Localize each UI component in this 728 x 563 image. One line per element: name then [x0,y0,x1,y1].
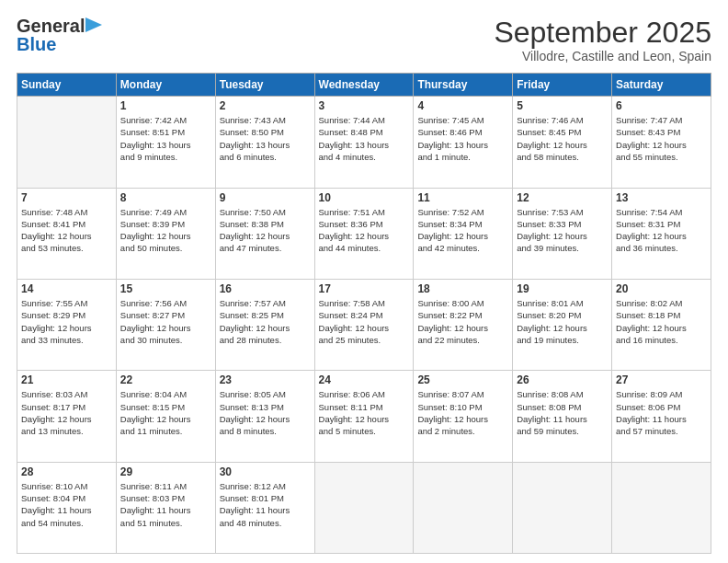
day-number: 18 [417,282,508,295]
calendar-day-cell: 24Sunrise: 8:06 AM Sunset: 8:11 PM Dayli… [314,371,414,462]
day-number: 23 [220,373,311,386]
logo-arrow-icon [85,17,102,32]
calendar-day-cell: 20Sunrise: 8:02 AM Sunset: 8:18 PM Dayli… [612,279,711,370]
calendar-day-cell [612,462,711,553]
calendar-day-cell: 28Sunrise: 8:10 AM Sunset: 8:04 PM Dayli… [17,462,117,553]
day-number: 5 [517,99,608,112]
day-number: 2 [220,99,311,112]
day-number: 8 [120,191,211,204]
calendar-day-cell: 8Sunrise: 7:49 AM Sunset: 8:39 PM Daylig… [116,188,215,279]
calendar-day-cell: 1Sunrise: 7:42 AM Sunset: 8:51 PM Daylig… [116,97,215,188]
calendar-day-cell: 11Sunrise: 7:52 AM Sunset: 8:34 PM Dayli… [414,188,513,279]
weekday-header: Tuesday [215,74,314,97]
day-info: Sunrise: 7:43 AM Sunset: 8:50 PM Dayligh… [220,114,311,163]
day-number: 21 [21,373,112,386]
day-number: 25 [417,373,508,386]
calendar-week-row: 1Sunrise: 7:42 AM Sunset: 8:51 PM Daylig… [17,97,711,188]
day-number: 29 [120,465,211,478]
day-info: Sunrise: 7:45 AM Sunset: 8:46 PM Dayligh… [417,114,508,163]
logo: General Blue [17,17,102,53]
day-number: 15 [120,282,211,295]
calendar-day-cell: 27Sunrise: 8:09 AM Sunset: 8:06 PM Dayli… [612,371,711,462]
day-info: Sunrise: 8:10 AM Sunset: 8:04 PM Dayligh… [21,480,112,529]
day-info: Sunrise: 7:57 AM Sunset: 8:25 PM Dayligh… [220,297,311,346]
calendar-day-cell: 6Sunrise: 7:47 AM Sunset: 8:43 PM Daylig… [612,97,711,188]
day-number: 24 [319,373,410,386]
title-block: September 2025 Villodre, Castille and Le… [494,17,711,63]
calendar-day-cell: 9Sunrise: 7:50 AM Sunset: 8:38 PM Daylig… [215,188,314,279]
calendar-day-cell: 25Sunrise: 8:07 AM Sunset: 8:10 PM Dayli… [414,371,513,462]
weekday-header: Friday [513,74,612,97]
calendar-day-cell [314,462,414,553]
calendar-day-cell: 7Sunrise: 7:48 AM Sunset: 8:41 PM Daylig… [17,188,117,279]
day-number: 6 [616,99,707,112]
day-info: Sunrise: 8:02 AM Sunset: 8:18 PM Dayligh… [616,297,707,346]
calendar-day-cell: 30Sunrise: 8:12 AM Sunset: 8:01 PM Dayli… [215,462,314,553]
day-info: Sunrise: 7:56 AM Sunset: 8:27 PM Dayligh… [120,297,211,346]
day-number: 22 [120,373,211,386]
calendar-day-cell: 17Sunrise: 7:58 AM Sunset: 8:24 PM Dayli… [314,279,414,370]
month-title: September 2025 [494,17,711,49]
logo-general: General [17,17,85,35]
day-info: Sunrise: 8:00 AM Sunset: 8:22 PM Dayligh… [417,297,508,346]
calendar-day-cell: 14Sunrise: 7:55 AM Sunset: 8:29 PM Dayli… [17,279,117,370]
day-info: Sunrise: 8:01 AM Sunset: 8:20 PM Dayligh… [517,297,608,346]
calendar-day-cell: 18Sunrise: 8:00 AM Sunset: 8:22 PM Dayli… [414,279,513,370]
day-info: Sunrise: 7:50 AM Sunset: 8:38 PM Dayligh… [220,206,311,255]
page: General Blue September 2025 Villodre, Ca… [0,0,728,563]
calendar-header-row: SundayMondayTuesdayWednesdayThursdayFrid… [17,74,711,97]
day-number: 14 [21,282,112,295]
day-number: 26 [517,373,608,386]
weekday-header: Thursday [414,74,513,97]
day-info: Sunrise: 7:53 AM Sunset: 8:33 PM Dayligh… [517,206,608,255]
calendar-day-cell [17,97,117,188]
calendar-day-cell: 26Sunrise: 8:08 AM Sunset: 8:08 PM Dayli… [513,371,612,462]
calendar-day-cell: 16Sunrise: 7:57 AM Sunset: 8:25 PM Dayli… [215,279,314,370]
day-number: 16 [220,282,311,295]
calendar-day-cell: 4Sunrise: 7:45 AM Sunset: 8:46 PM Daylig… [414,97,513,188]
day-number: 28 [21,465,112,478]
day-info: Sunrise: 7:42 AM Sunset: 8:51 PM Dayligh… [120,114,211,163]
day-number: 27 [616,373,707,386]
day-info: Sunrise: 7:54 AM Sunset: 8:31 PM Dayligh… [616,206,707,255]
day-number: 20 [616,282,707,295]
day-info: Sunrise: 7:58 AM Sunset: 8:24 PM Dayligh… [319,297,410,346]
weekday-header: Wednesday [314,74,414,97]
calendar-day-cell: 19Sunrise: 8:01 AM Sunset: 8:20 PM Dayli… [513,279,612,370]
calendar-day-cell: 23Sunrise: 8:05 AM Sunset: 8:13 PM Dayli… [215,371,314,462]
day-info: Sunrise: 8:11 AM Sunset: 8:03 PM Dayligh… [120,480,211,529]
day-info: Sunrise: 8:12 AM Sunset: 8:01 PM Dayligh… [220,480,311,529]
calendar-day-cell: 3Sunrise: 7:44 AM Sunset: 8:48 PM Daylig… [314,97,414,188]
calendar-day-cell: 5Sunrise: 7:46 AM Sunset: 8:45 PM Daylig… [513,97,612,188]
day-number: 13 [616,191,707,204]
day-info: Sunrise: 8:09 AM Sunset: 8:06 PM Dayligh… [616,388,707,437]
calendar-week-row: 14Sunrise: 7:55 AM Sunset: 8:29 PM Dayli… [17,279,711,370]
day-number: 30 [220,465,311,478]
day-number: 11 [417,191,508,204]
calendar-day-cell: 10Sunrise: 7:51 AM Sunset: 8:36 PM Dayli… [314,188,414,279]
day-info: Sunrise: 8:08 AM Sunset: 8:08 PM Dayligh… [517,388,608,437]
day-number: 19 [517,282,608,295]
weekday-header: Saturday [612,74,711,97]
calendar-day-cell: 22Sunrise: 8:04 AM Sunset: 8:15 PM Dayli… [116,371,215,462]
calendar-week-row: 21Sunrise: 8:03 AM Sunset: 8:17 PM Dayli… [17,371,711,462]
day-number: 1 [120,99,211,112]
day-info: Sunrise: 7:48 AM Sunset: 8:41 PM Dayligh… [21,206,112,255]
calendar-week-row: 7Sunrise: 7:48 AM Sunset: 8:41 PM Daylig… [17,188,711,279]
calendar-day-cell: 12Sunrise: 7:53 AM Sunset: 8:33 PM Dayli… [513,188,612,279]
calendar-day-cell [513,462,612,553]
calendar-day-cell: 29Sunrise: 8:11 AM Sunset: 8:03 PM Dayli… [116,462,215,553]
logo-blue: Blue [17,35,56,53]
day-number: 9 [220,191,311,204]
calendar-day-cell: 15Sunrise: 7:56 AM Sunset: 8:27 PM Dayli… [116,279,215,370]
calendar-table: SundayMondayTuesdayWednesdayThursdayFrid… [17,73,711,554]
day-number: 3 [319,99,410,112]
header: General Blue September 2025 Villodre, Ca… [17,17,711,63]
day-number: 4 [417,99,508,112]
day-info: Sunrise: 8:06 AM Sunset: 8:11 PM Dayligh… [319,388,410,437]
subtitle: Villodre, Castille and Leon, Spain [494,49,711,63]
day-info: Sunrise: 7:55 AM Sunset: 8:29 PM Dayligh… [21,297,112,346]
day-info: Sunrise: 7:46 AM Sunset: 8:45 PM Dayligh… [517,114,608,163]
day-number: 7 [21,191,112,204]
day-info: Sunrise: 7:49 AM Sunset: 8:39 PM Dayligh… [120,206,211,255]
